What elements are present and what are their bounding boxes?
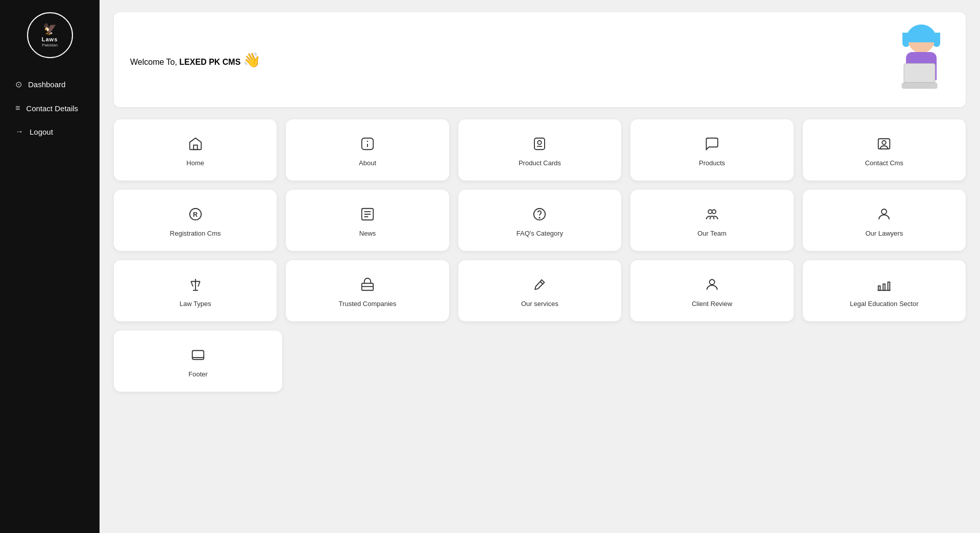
svg-rect-4 bbox=[534, 138, 545, 150]
sidebar-label-logout: Logout bbox=[30, 128, 53, 136]
card-news[interactable]: News bbox=[286, 190, 449, 251]
logo-subtext: Pakistan bbox=[42, 43, 58, 48]
contact-cms-icon bbox=[876, 136, 892, 154]
products-icon bbox=[704, 136, 720, 154]
card-home[interactable]: Home bbox=[114, 119, 277, 181]
avatar-laptop bbox=[902, 83, 938, 89]
card-client-review[interactable]: Client Review bbox=[630, 260, 793, 321]
svg-point-8 bbox=[883, 141, 887, 145]
welcome-prefix: Welcome To, bbox=[130, 58, 179, 66]
law-types-icon bbox=[188, 277, 203, 295]
svg-text:R: R bbox=[193, 211, 198, 218]
dashboard-icon: ⊙ bbox=[15, 80, 22, 89]
svg-rect-26 bbox=[883, 284, 885, 291]
svg-rect-25 bbox=[878, 286, 880, 291]
card-our-team[interactable]: Our Team bbox=[630, 190, 793, 251]
card-faq-category[interactable]: FAQ's Category bbox=[458, 190, 621, 251]
sidebar-nav: ⊙ Dashboard ≡ Contact Details → Logout bbox=[0, 74, 100, 141]
sidebar-item-contact-details[interactable]: ≡ Contact Details bbox=[8, 98, 91, 118]
logo-text: Laws bbox=[42, 36, 58, 43]
card-label-contact-cms: Contact Cms bbox=[865, 159, 903, 167]
card-label-our-services: Our services bbox=[521, 300, 558, 308]
svg-point-19 bbox=[881, 209, 887, 214]
card-label-client-review: Client Review bbox=[692, 300, 732, 308]
contact-details-icon: ≡ bbox=[15, 104, 20, 113]
card-product-cards[interactable]: Product Cards bbox=[458, 119, 621, 181]
card-label-our-lawyers: Our Lawyers bbox=[865, 230, 903, 237]
registration-cms-icon: R bbox=[188, 207, 203, 224]
svg-point-17 bbox=[708, 210, 712, 214]
avatar bbox=[893, 27, 949, 93]
svg-rect-29 bbox=[192, 350, 204, 360]
cards-last-row: Footer bbox=[114, 331, 966, 392]
card-label-news: News bbox=[359, 230, 376, 237]
our-lawyers-icon bbox=[876, 207, 892, 224]
card-contact-cms[interactable]: Contact Cms bbox=[803, 119, 966, 181]
card-label-about: About bbox=[359, 159, 376, 167]
logo: 🦅 Laws Pakistan bbox=[27, 12, 73, 58]
faq-category-icon bbox=[532, 207, 547, 224]
cards-container: HomeAboutProduct CardsProductsContact Cm… bbox=[114, 119, 966, 392]
card-label-home: Home bbox=[186, 159, 204, 167]
footer-icon bbox=[190, 347, 206, 365]
svg-rect-27 bbox=[888, 282, 890, 290]
card-label-product-cards: Product Cards bbox=[519, 159, 561, 167]
card-footer[interactable]: Footer bbox=[114, 331, 282, 392]
cards-row: RRegistration CmsNewsFAQ's CategoryOur T… bbox=[114, 190, 966, 251]
card-label-our-team: Our Team bbox=[697, 230, 726, 237]
welcome-banner: Welcome To, LEXED PK CMS 👋 bbox=[114, 12, 966, 107]
cards-row: Law TypesTrusted CompaniesOur servicesCl… bbox=[114, 260, 966, 321]
trusted-companies-icon bbox=[360, 277, 375, 295]
legal-education-icon bbox=[876, 277, 892, 295]
sidebar-item-logout[interactable]: → Logout bbox=[8, 122, 91, 141]
svg-point-18 bbox=[712, 210, 716, 214]
card-trusted-companies[interactable]: Trusted Companies bbox=[286, 260, 449, 321]
our-team-icon bbox=[704, 207, 720, 224]
card-registration-cms[interactable]: RRegistration Cms bbox=[114, 190, 277, 251]
card-label-footer: Footer bbox=[188, 370, 208, 378]
sidebar-label-contact-details: Contact Details bbox=[26, 104, 78, 113]
card-label-legal-education: Legal Education Sector bbox=[850, 300, 918, 308]
main-content: Welcome To, LEXED PK CMS 👋 HomeAboutProd… bbox=[100, 0, 980, 533]
welcome-emoji: 👋 bbox=[243, 52, 261, 68]
card-label-trusted-companies: Trusted Companies bbox=[339, 300, 397, 308]
svg-point-24 bbox=[709, 280, 715, 285]
client-review-icon bbox=[704, 277, 720, 295]
svg-point-5 bbox=[538, 141, 542, 145]
avatar-hair bbox=[906, 24, 937, 42]
card-our-lawyers[interactable]: Our Lawyers bbox=[803, 190, 966, 251]
card-label-products: Products bbox=[699, 159, 725, 167]
our-services-icon bbox=[532, 277, 547, 295]
card-our-services[interactable]: Our services bbox=[458, 260, 621, 321]
cards-row: HomeAboutProduct CardsProductsContact Cm… bbox=[114, 119, 966, 181]
news-icon bbox=[360, 207, 375, 224]
logout-icon: → bbox=[15, 127, 23, 136]
card-products[interactable]: Products bbox=[630, 119, 793, 181]
welcome-brand: LEXED PK CMS bbox=[179, 58, 240, 66]
sidebar-label-dashboard: Dashboard bbox=[28, 80, 65, 89]
svg-point-16 bbox=[540, 217, 540, 218]
welcome-text: Welcome To, LEXED PK CMS 👋 bbox=[130, 52, 261, 68]
card-label-law-types: Law Types bbox=[180, 300, 211, 308]
card-label-registration-cms: Registration Cms bbox=[170, 230, 221, 237]
svg-rect-0 bbox=[193, 145, 198, 150]
card-about[interactable]: About bbox=[286, 119, 449, 181]
sidebar: 🦅 Laws Pakistan ⊙ Dashboard ≡ Contact De… bbox=[0, 0, 100, 533]
card-law-types[interactable]: Law Types bbox=[114, 260, 277, 321]
svg-line-23 bbox=[541, 282, 543, 284]
about-icon bbox=[360, 136, 375, 154]
card-legal-education[interactable]: Legal Education Sector bbox=[803, 260, 966, 321]
logo-icon: 🦅 bbox=[42, 22, 58, 36]
home-icon bbox=[188, 136, 203, 154]
product-cards-icon bbox=[532, 136, 547, 154]
sidebar-item-dashboard[interactable]: ⊙ Dashboard bbox=[8, 74, 91, 94]
card-label-faq-category: FAQ's Category bbox=[517, 230, 563, 237]
